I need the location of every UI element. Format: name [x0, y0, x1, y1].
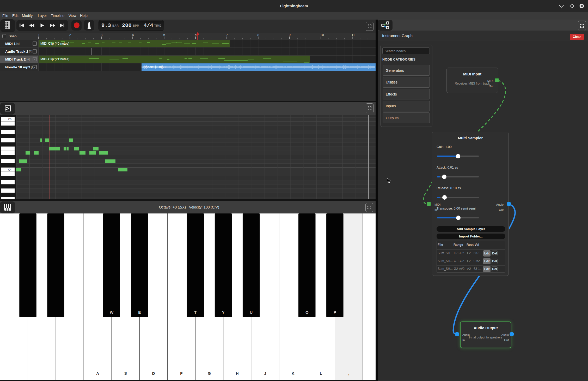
svg-text:1: 1 — [38, 33, 40, 37]
svg-text:5: 5 — [163, 33, 165, 37]
svg-text:2: 2 — [69, 33, 71, 37]
svg-text:7: 7 — [226, 33, 228, 37]
svg-text:4: 4 — [132, 33, 134, 37]
svg-text:9: 9 — [289, 33, 291, 37]
svg-text:8: 8 — [258, 33, 259, 37]
svg-text:10: 10 — [320, 33, 324, 37]
svg-text:11: 11 — [352, 33, 355, 37]
svg-text:3: 3 — [101, 33, 102, 37]
